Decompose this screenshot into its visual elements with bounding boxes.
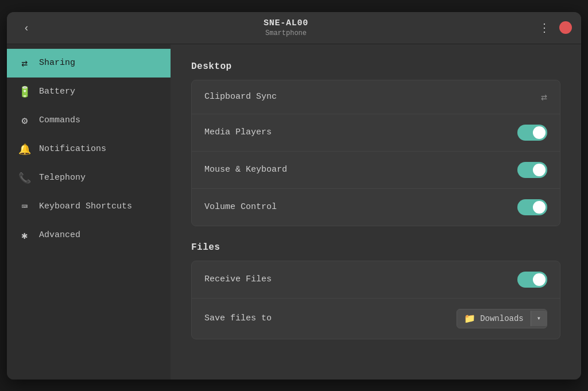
files-section-title: Files bbox=[191, 242, 560, 253]
volume-control-label: Volume Control bbox=[204, 202, 277, 212]
sidebar: ⇄ Sharing 🔋 Battery ⚙ Commands 🔔 Notific… bbox=[7, 44, 171, 380]
sidebar-item-sharing[interactable]: ⇄ Sharing bbox=[7, 49, 171, 78]
mouse-keyboard-label: Mouse & Keyboard bbox=[204, 165, 287, 175]
receive-files-label: Receive Files bbox=[204, 274, 272, 284]
sidebar-item-commands[interactable]: ⚙ Commands bbox=[7, 106, 171, 135]
sidebar-item-keyboard-shortcuts[interactable]: ⌨ Keyboard Shortcuts bbox=[7, 192, 171, 221]
save-files-to-label: Save files to bbox=[204, 313, 272, 323]
desktop-card: Clipboard Sync ⇄ Media Players Mouse & K… bbox=[191, 80, 560, 226]
media-players-toggle[interactable] bbox=[517, 125, 547, 141]
save-files-dropdown[interactable]: 📁 Downloads ▾ bbox=[457, 309, 547, 328]
folder-icon: 📁 bbox=[464, 313, 475, 324]
menu-button[interactable]: ⋮ bbox=[535, 18, 554, 37]
mouse-keyboard-row: Mouse & Keyboard bbox=[192, 152, 560, 189]
volume-control-row: Volume Control bbox=[192, 189, 560, 226]
titlebar: ‹ SNE-AL00 Smartphone ⋮ bbox=[7, 12, 581, 44]
close-button[interactable] bbox=[559, 21, 572, 34]
dropdown-value: Downloads bbox=[480, 314, 524, 323]
main-content: ⇄ Sharing 🔋 Battery ⚙ Commands 🔔 Notific… bbox=[7, 44, 581, 380]
media-players-row: Media Players bbox=[192, 114, 560, 152]
volume-control-toggle[interactable] bbox=[517, 199, 547, 215]
advanced-icon: ✱ bbox=[18, 229, 31, 242]
sidebar-item-telephony[interactable]: 📞 Telephony bbox=[7, 164, 171, 192]
media-players-slider bbox=[517, 125, 547, 141]
battery-icon: 🔋 bbox=[18, 86, 31, 98]
desktop-section-title: Desktop bbox=[191, 61, 560, 72]
sidebar-label-telephony: Telephony bbox=[39, 173, 86, 183]
telephony-icon: 📞 bbox=[18, 172, 31, 184]
titlebar-actions: ⋮ bbox=[535, 18, 572, 37]
files-card: Receive Files Save files to 📁 Downloads bbox=[191, 261, 560, 339]
dropdown-content: 📁 Downloads bbox=[457, 309, 531, 328]
clipboard-sync-row: Clipboard Sync ⇄ bbox=[192, 80, 560, 114]
save-files-to-row: Save files to 📁 Downloads ▾ bbox=[192, 299, 560, 339]
volume-control-slider bbox=[517, 199, 547, 215]
receive-files-row: Receive Files bbox=[192, 261, 560, 299]
sidebar-item-notifications[interactable]: 🔔 Notifications bbox=[7, 135, 171, 164]
receive-files-slider bbox=[517, 272, 547, 288]
notifications-icon: 🔔 bbox=[18, 143, 31, 156]
commands-icon: ⚙ bbox=[18, 114, 31, 127]
sidebar-label-notifications: Notifications bbox=[39, 144, 106, 154]
mouse-keyboard-toggle[interactable] bbox=[517, 162, 547, 178]
back-button[interactable]: ‹ bbox=[16, 17, 37, 38]
content-panel: Desktop Clipboard Sync ⇄ Media Players bbox=[171, 44, 581, 380]
clipboard-sync-link-icon[interactable]: ⇄ bbox=[541, 91, 547, 103]
sidebar-item-battery[interactable]: 🔋 Battery bbox=[7, 78, 171, 106]
sidebar-item-advanced[interactable]: ✱ Advanced bbox=[7, 221, 171, 250]
keyboard-shortcuts-icon: ⌨ bbox=[18, 200, 31, 213]
media-players-label: Media Players bbox=[204, 127, 272, 137]
sidebar-label-keyboard-shortcuts: Keyboard Shortcuts bbox=[39, 202, 132, 211]
sharing-icon: ⇄ bbox=[18, 57, 31, 69]
sidebar-label-sharing: Sharing bbox=[39, 58, 75, 68]
dropdown-arrow[interactable]: ▾ bbox=[531, 311, 547, 326]
back-icon: ‹ bbox=[25, 22, 28, 34]
app-window: ‹ SNE-AL00 Smartphone ⋮ ⇄ Sharing 🔋 Batt… bbox=[7, 12, 581, 380]
titlebar-center: SNE-AL00 Smartphone bbox=[37, 18, 535, 37]
titlebar-subtitle: Smartphone bbox=[37, 29, 535, 37]
clipboard-sync-label: Clipboard Sync bbox=[204, 92, 277, 102]
titlebar-title: SNE-AL00 bbox=[37, 18, 535, 28]
mouse-keyboard-slider bbox=[517, 162, 547, 178]
sidebar-label-battery: Battery bbox=[39, 87, 75, 96]
sidebar-label-advanced: Advanced bbox=[39, 230, 80, 240]
receive-files-toggle[interactable] bbox=[517, 272, 547, 288]
menu-icon: ⋮ bbox=[539, 21, 550, 34]
sidebar-label-commands: Commands bbox=[39, 115, 80, 125]
